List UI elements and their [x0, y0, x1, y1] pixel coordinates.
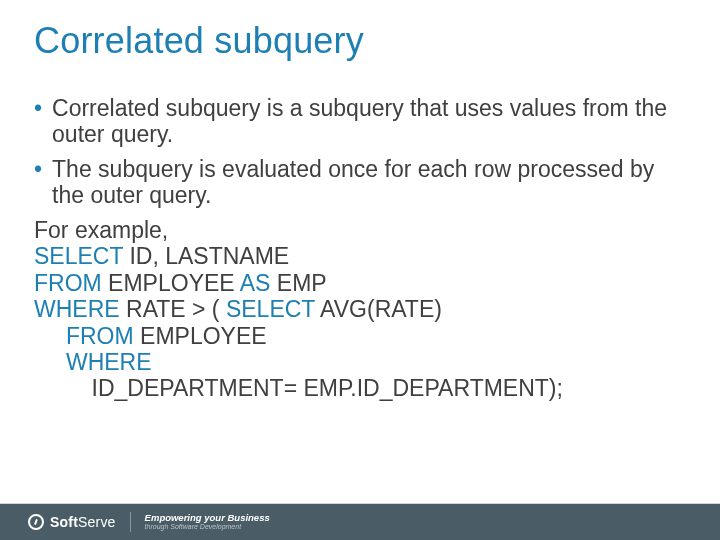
sql-keyword: WHERE [34, 296, 120, 322]
bullet-text: The subquery is evaluated once for each … [52, 156, 686, 209]
sql-keyword: FROM [34, 270, 102, 296]
bullet-icon: • [34, 95, 42, 148]
tagline-sub: through Software Development [145, 523, 270, 531]
sql-keyword: AS [240, 270, 271, 296]
slide-content: • Correlated subquery is a subquery that… [34, 95, 686, 402]
bullet-item: • Correlated subquery is a subquery that… [34, 95, 686, 148]
bullet-text: Correlated subquery is a subquery that u… [52, 95, 686, 148]
bullet-icon: • [34, 156, 42, 209]
example-label: For example, [34, 217, 686, 243]
sql-indent [34, 323, 66, 349]
brand-name: SoftServe [50, 514, 116, 530]
sql-keyword: FROM [66, 323, 134, 349]
sql-keyword: SELECT [34, 243, 123, 269]
footer: SoftServe Empowering your Business throu… [0, 504, 720, 540]
vertical-divider [130, 512, 131, 532]
sql-text: EMPLOYEE [102, 270, 240, 296]
sql-line-4: FROM EMPLOYEE [34, 323, 686, 349]
sql-line-3: WHERE RATE > ( SELECT AVG(RATE) [34, 296, 686, 322]
logo-icon [28, 514, 44, 530]
bullet-item: • The subquery is evaluated once for eac… [34, 156, 686, 209]
sql-text: EMPLOYEE [134, 323, 267, 349]
slide-title: Correlated subquery [34, 20, 364, 62]
sql-line-2: FROM EMPLOYEE AS EMP [34, 270, 686, 296]
sql-text: EMP [270, 270, 326, 296]
brand-suffix: Serve [78, 514, 116, 530]
brand-logo: SoftServe [28, 514, 116, 530]
brand-prefix: Soft [50, 514, 78, 530]
sql-keyword: WHERE [66, 349, 152, 375]
sql-keyword: SELECT [226, 296, 315, 322]
sql-line-6: ID_DEPARTMENT= EMP.ID_DEPARTMENT); [34, 375, 686, 401]
tagline-main: Empowering your Business [145, 513, 270, 524]
sql-line-5: WHERE [34, 349, 686, 375]
sql-line-1: SELECT ID, LASTNAME [34, 243, 686, 269]
tagline: Empowering your Business through Softwar… [145, 513, 270, 532]
sql-text: RATE > ( [120, 296, 226, 322]
slide: Correlated subquery • Correlated subquer… [0, 0, 720, 540]
sql-text: ID, LASTNAME [123, 243, 289, 269]
sql-text: AVG(RATE) [315, 296, 442, 322]
sql-text: ID_DEPARTMENT= EMP.ID_DEPARTMENT); [92, 375, 563, 401]
sql-indent [34, 375, 92, 401]
sql-indent [34, 349, 66, 375]
